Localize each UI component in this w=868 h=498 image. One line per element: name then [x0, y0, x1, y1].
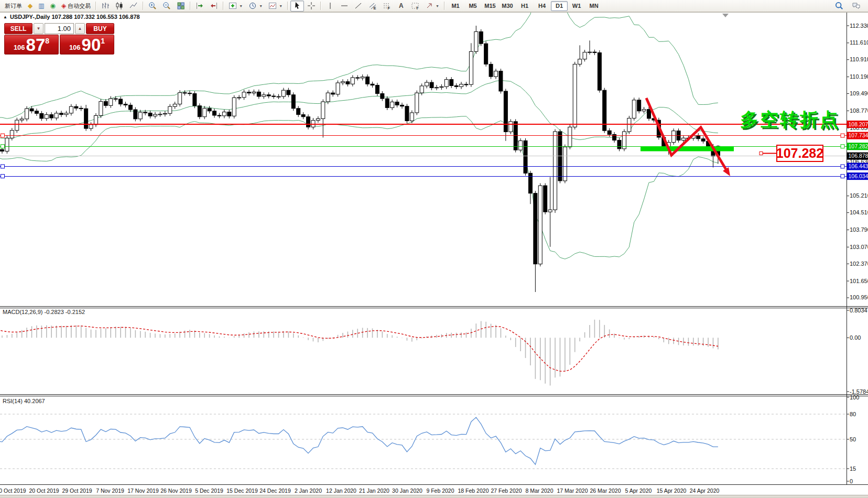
axis-tick-label: 104.510 [850, 209, 868, 215]
candlestick [84, 109, 88, 128]
candlestick [366, 77, 370, 84]
sell-price-pips: 87 [26, 36, 46, 55]
candlestick [193, 94, 197, 106]
price-tag-label: 106.878 [849, 153, 868, 159]
candlestick [509, 122, 513, 132]
candlestick [208, 109, 211, 111]
candlestick [346, 82, 350, 84]
candlestick [504, 91, 507, 132]
buy-price-button[interactable]: 106 90 1 [60, 35, 114, 55]
symbol-ohlc-text: USDJPY-,Daily 107.288 107.332 106.553 10… [10, 14, 140, 20]
candlestick [178, 93, 182, 104]
candlestick [326, 93, 330, 102]
candlestick [544, 186, 547, 212]
candlestick [524, 140, 527, 173]
axis-tick-label: 110.910 [850, 56, 868, 62]
line-handle[interactable] [1, 134, 5, 137]
volume-up-button[interactable]: ▲ [75, 23, 85, 34]
axis-tick-label: 100 [850, 394, 859, 400]
date-label: 8 Mar 2020 [525, 488, 553, 494]
candles [0, 26, 720, 292]
price-tag-label: 106.034 [849, 173, 868, 179]
candlestick [331, 93, 335, 94]
candlestick [124, 104, 127, 105]
line-handle[interactable] [841, 165, 844, 168]
candlestick [454, 85, 458, 86]
candlestick [35, 111, 38, 114]
candlestick [425, 82, 429, 86]
candlestick [79, 108, 83, 109]
candlestick [30, 109, 34, 111]
line-handle[interactable] [1, 145, 5, 148]
candlestick [188, 93, 191, 94]
date-label: 20 Oct 2019 [29, 488, 59, 494]
line-handle[interactable] [841, 134, 844, 137]
sell-price-figure: 106 [14, 44, 25, 51]
axis-strip [847, 13, 868, 495]
date-label: 2 Jan 2020 [295, 488, 322, 494]
callout-anchor[interactable] [760, 152, 763, 155]
volume-input[interactable] [45, 24, 73, 33]
date-label: 30 Jan 2020 [392, 488, 422, 494]
candlestick [203, 109, 207, 117]
candlestick [444, 80, 448, 87]
candlestick [262, 95, 266, 96]
candlestick [554, 132, 557, 210]
date-label: 5 Dec 2019 [195, 488, 223, 494]
buy-price-figure: 106 [69, 44, 81, 51]
one-click-trading-panel: SELL ▼ ▲ BUY 106 87 8 106 90 1 [4, 23, 114, 55]
candlestick [607, 131, 611, 134]
candlestick [213, 111, 216, 115]
candlestick [237, 98, 241, 98]
line-handle[interactable] [1, 165, 5, 168]
candlestick [701, 139, 705, 142]
candlestick [381, 94, 384, 99]
candlestick [138, 112, 142, 119]
rsi-line [0, 417, 718, 464]
candlestick [158, 114, 162, 115]
candlestick [563, 147, 567, 181]
date-label: 24 Apr 2020 [690, 488, 720, 494]
buy-button[interactable]: BUY [86, 23, 114, 34]
candlestick [64, 113, 68, 115]
price-callout-text: 107.282 [776, 146, 823, 160]
candlestick [218, 115, 221, 116]
candlestick [144, 112, 147, 113]
candlestick [277, 96, 280, 97]
rsi-label: RSI(14) 40.2067 [3, 398, 45, 404]
volume-down-button[interactable]: ▼ [34, 23, 44, 34]
candlestick [50, 115, 53, 118]
date-label: 17 Nov 2019 [127, 488, 159, 494]
collapse-trade-panel-icon[interactable]: ▲ [3, 15, 7, 19]
candlestick [60, 113, 63, 115]
candlestick [375, 85, 379, 94]
candlestick [25, 109, 29, 119]
candlestick [464, 84, 468, 85]
price-shift-marker[interactable] [722, 14, 729, 17]
candlestick [494, 71, 498, 77]
candlestick [89, 125, 93, 128]
candlestick [20, 119, 24, 120]
buy-price-point: 1 [101, 37, 105, 45]
candlestick [183, 93, 187, 93]
price-axis: 112.330111.610110.910110.190109.490108.7… [847, 13, 868, 495]
macd-panel [0, 320, 718, 386]
candlestick [637, 100, 641, 111]
date-label: 10 Oct 2019 [0, 488, 26, 494]
line-handle[interactable] [841, 175, 844, 178]
candlestick [632, 100, 636, 118]
sell-price-button[interactable]: 106 87 8 [4, 35, 59, 55]
line-handle[interactable] [841, 145, 844, 148]
candlestick [134, 110, 137, 119]
candlestick [672, 131, 676, 143]
support-zone-bar[interactable] [641, 146, 734, 151]
line-handle[interactable] [1, 175, 5, 178]
price-tag-label: 108.207 [849, 121, 868, 127]
candlestick [109, 99, 113, 105]
candlestick [385, 99, 389, 107]
candlestick [154, 114, 157, 116]
candlestick [405, 106, 409, 121]
candlestick [435, 88, 438, 88]
sell-button[interactable]: SELL [4, 23, 32, 34]
axis-tick-label: 103.790 [850, 226, 868, 233]
